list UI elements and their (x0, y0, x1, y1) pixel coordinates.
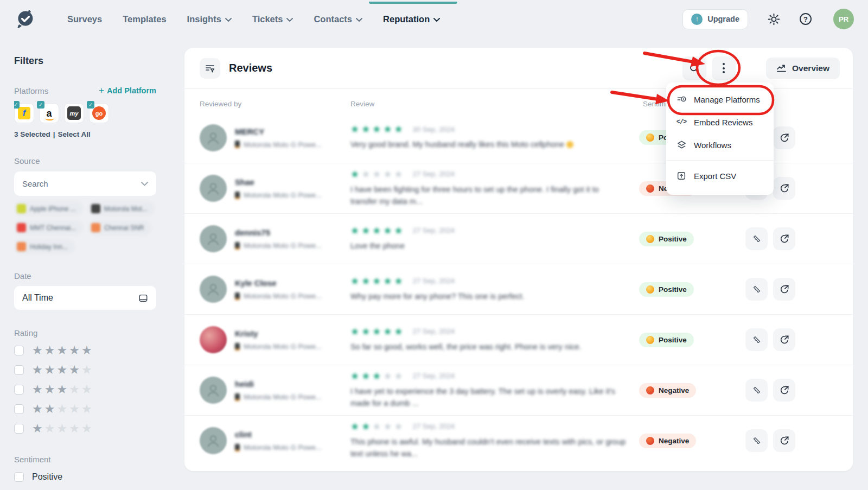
calendar-icon (138, 293, 148, 303)
platform-tile-goibibo[interactable]: ✓ go (89, 103, 109, 123)
overview-button[interactable]: Overview (766, 58, 840, 79)
sentiment-badge: Positive (639, 282, 694, 297)
platform-tile-amazon[interactable]: ✓ a (39, 103, 59, 123)
nav-item-tickets[interactable]: Tickets (252, 14, 293, 24)
add-platform-button[interactable]: + Add Platform (99, 85, 156, 96)
star-icon: ★ (44, 422, 57, 435)
menu-item-embed-reviews[interactable]: </> Embed Reviews (666, 111, 774, 133)
chevron-down-icon (356, 18, 362, 22)
table-row[interactable]: dennis75 Motorola Moto G Powe... ★★★★★27… (184, 213, 853, 264)
rating-filter-4[interactable]: ★★★★★ (14, 364, 173, 377)
source-chip[interactable]: Apple iPhone ... (14, 201, 83, 216)
ticket-icon (751, 334, 762, 345)
checkbox[interactable] (14, 385, 24, 394)
platform-tile-flipkart[interactable]: ✓ f (14, 103, 34, 123)
nav-item-templates[interactable]: Templates (123, 14, 166, 24)
star-icon: ★ (394, 225, 405, 236)
filter-list-button[interactable] (200, 58, 220, 79)
nav-item-surveys[interactable]: Surveys (67, 14, 102, 24)
create-ticket-button[interactable] (745, 278, 768, 301)
source-chip[interactable]: Chennai SNR (88, 220, 151, 235)
negative-emoji-icon (646, 184, 654, 193)
menu-item-workflows[interactable]: Workflows (666, 133, 774, 156)
negative-emoji-icon (646, 437, 654, 445)
table-row[interactable]: Kristy Motorola Moto G Powe... ★★★★★27 S… (184, 314, 853, 365)
upgrade-button[interactable]: ↑ Upgrade (682, 9, 748, 29)
menu-item-export-csv[interactable]: Export CSV (666, 164, 774, 187)
open-share-button[interactable] (773, 227, 795, 250)
source-chip[interactable]: MMT Chennai... (14, 220, 83, 235)
nav-item-contacts[interactable]: Contacts (314, 14, 362, 24)
star-icon: ★ (56, 383, 69, 396)
filter-lines-icon (205, 63, 215, 74)
source-chip-list: Apple iPhone ... Motorola Mot... MMT Che… (14, 201, 159, 254)
sentiment-filter-positive[interactable]: Positive (14, 470, 173, 484)
review-star-rating: ★★★★★ (350, 226, 405, 236)
date-range-value: All Time (22, 293, 53, 303)
divider-text: | (53, 130, 55, 138)
table-row[interactable]: Kyle Close Motorola Moto G Powe... ★★★★★… (184, 264, 853, 314)
filters-sidebar: Filters Platforms + Add Platform ✓ f ✓ a… (14, 55, 173, 490)
app-logo-icon[interactable] (14, 7, 36, 31)
star-icon: ★ (44, 402, 57, 416)
makemytrip-icon: my (67, 106, 81, 120)
col-header-reviewed-by: Reviewed by (200, 100, 350, 108)
source-chip[interactable]: Holiday Inn... (14, 239, 75, 254)
user-avatar[interactable]: PR (833, 9, 854, 29)
create-ticket-button[interactable] (745, 328, 768, 351)
create-ticket-button[interactable] (745, 227, 768, 250)
checkbox[interactable] (14, 346, 24, 355)
nav-item-reputation[interactable]: Reputation (383, 14, 440, 24)
open-share-button[interactable] (773, 328, 795, 351)
sentiment-option-label: Positive (32, 472, 62, 482)
rating-filter-3[interactable]: ★★★★★ (14, 383, 173, 396)
checkbox[interactable] (14, 472, 24, 482)
date-range-picker[interactable]: All Time (14, 286, 156, 310)
top-nav: Surveys Templates Insights Tickets Conta… (0, 0, 868, 38)
star-icon: ★ (372, 326, 383, 337)
platform-tile-makemytrip[interactable]: my (64, 103, 84, 123)
star-icon: ★ (56, 343, 69, 357)
table-row[interactable]: heidi Motorola Moto G Powe... ★★★★★27 Se… (184, 365, 853, 415)
goibibo-icon: go (92, 106, 106, 120)
source-chip-icon (17, 223, 26, 232)
product-name: Motorola Moto G Powe... (244, 443, 322, 451)
source-search-dropdown[interactable]: Search (14, 171, 156, 196)
star-icon: ★ (350, 225, 361, 236)
product-name: Motorola Moto G Powe... (244, 141, 322, 149)
help-icon[interactable]: ? (800, 13, 812, 25)
star-icon: ★ (350, 169, 361, 180)
select-all-link[interactable]: Select All (58, 130, 91, 138)
more-options-button[interactable] (712, 56, 736, 80)
nav-item-insights[interactable]: Insights (187, 14, 232, 24)
product-phone-icon (235, 444, 240, 451)
source-chip[interactable]: Motorola Mot... (88, 201, 155, 216)
open-share-button[interactable] (773, 177, 795, 200)
rating-filter-2[interactable]: ★★★★★ (14, 403, 173, 416)
star-icon: ★ (69, 402, 81, 416)
positive-emoji-icon (646, 235, 654, 243)
search-button[interactable] (682, 56, 706, 80)
check-badge-icon: ✓ (37, 101, 44, 109)
sentiment-badge: Positive (639, 232, 694, 246)
menu-item-manage-platforms[interactable]: Manage Platforms (666, 88, 774, 111)
open-share-button[interactable] (773, 126, 795, 149)
create-ticket-button[interactable] (745, 379, 768, 402)
create-ticket-button[interactable] (745, 429, 768, 452)
checkbox[interactable] (14, 424, 24, 434)
open-share-button[interactable] (773, 278, 795, 301)
product-phone-icon (235, 343, 240, 351)
open-share-button[interactable] (773, 379, 795, 402)
rating-filter-5[interactable]: ★★★★★ (14, 344, 173, 357)
checkbox[interactable] (14, 404, 24, 414)
checkbox[interactable] (14, 365, 24, 375)
star-icon: ★ (69, 363, 81, 377)
table-row[interactable]: clint Motorola Moto G Powe... ★★★★★27 Se… (184, 415, 853, 466)
star-icon: ★ (383, 169, 394, 180)
rating-filter-1[interactable]: ★★★★★ (14, 422, 173, 435)
settings-gear-icon[interactable] (768, 13, 780, 26)
date-label: Date (14, 271, 173, 281)
reviewer-avatar (200, 175, 227, 202)
open-share-button[interactable] (773, 429, 795, 452)
star-rating: ★★★★★ (32, 364, 94, 376)
